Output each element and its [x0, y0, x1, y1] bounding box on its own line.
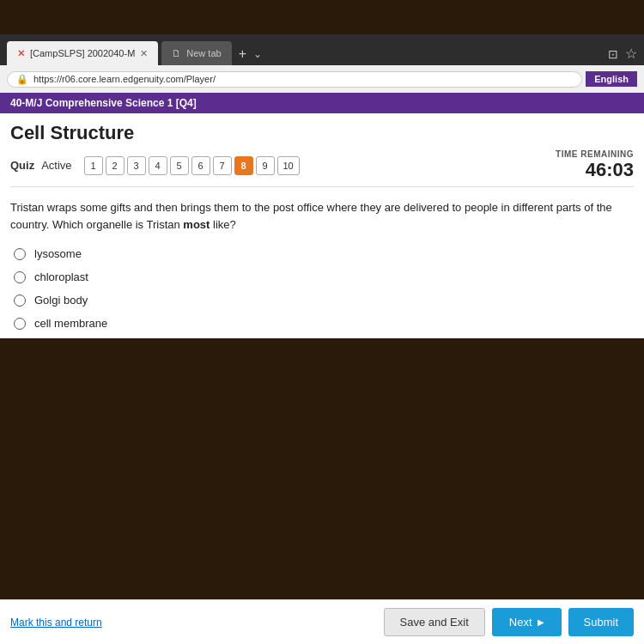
question-text-bold: most [183, 218, 210, 231]
active-tab[interactable]: ✕ [CampSLPS] 2002040-M ✕ [7, 41, 158, 65]
tab-dropdown-icon[interactable]: ⌄ [253, 48, 262, 60]
option-d-text: cell membrane [34, 317, 107, 330]
option-c-text: Golgi body [34, 294, 88, 307]
q-num-2[interactable]: 2 [106, 156, 125, 175]
q-num-4[interactable]: 4 [149, 156, 167, 175]
lesson-title-area: Cell Structure [0, 113, 644, 146]
time-remaining-label: TIME REMAINING [556, 149, 634, 159]
lock-icon: 🔒 [16, 74, 28, 85]
language-badge: English [586, 71, 637, 87]
course-header: 40-M/J Comprehensive Science 1 [Q4] [0, 93, 644, 113]
new-tab-button[interactable]: + [239, 46, 246, 62]
q-num-7[interactable]: 7 [213, 156, 232, 175]
option-a-text: lysosome [34, 247, 82, 260]
option-b-text: chloroplast [34, 270, 88, 283]
star-icon[interactable]: ☆ [625, 46, 637, 62]
answer-options: lysosome chloroplast Golgi body cell mem… [10, 247, 634, 330]
timer-area: TIME REMAINING 46:03 [556, 149, 634, 181]
new-tab-icon: 🗋 [172, 48, 181, 58]
question-area: Tristan wraps some gifts and then brings… [0, 187, 644, 338]
question-text-part1: Tristan wraps some gifts and then brings… [10, 201, 612, 231]
tab-close-icon[interactable]: ✕ [140, 48, 148, 59]
mark-return-link[interactable]: Mark this and return [10, 617, 102, 629]
q-num-10[interactable]: 10 [277, 156, 300, 175]
new-tab[interactable]: 🗋 New tab [161, 41, 231, 65]
question-text-part2: like? [210, 218, 235, 231]
q-num-6[interactable]: 6 [191, 156, 210, 175]
tab-x-icon[interactable]: ✕ [17, 48, 25, 59]
radio-d[interactable] [14, 318, 26, 330]
q-num-9[interactable]: 9 [256, 156, 275, 175]
q-num-8[interactable]: 8 [234, 156, 253, 175]
question-text: Tristan wraps some gifts and then brings… [10, 199, 634, 234]
question-numbers: 1 2 3 4 5 6 7 8 9 10 [84, 156, 300, 175]
submit-button[interactable]: Submit [568, 608, 634, 636]
quiz-label: Quiz [10, 159, 34, 172]
time-value: 46:03 [556, 159, 634, 181]
next-button-label: Next [509, 616, 532, 629]
option-a[interactable]: lysosome [14, 247, 634, 260]
radio-b[interactable] [14, 271, 26, 283]
quiz-nav-row: Quiz Active 1 2 3 4 5 6 7 8 9 10 [0, 146, 644, 186]
save-exit-button[interactable]: Save and Exit [384, 608, 485, 636]
window-restore-icon[interactable]: ⊡ [608, 47, 618, 61]
url-text: https://r06.core.learn.edgenuity.com/Pla… [33, 74, 216, 84]
radio-c[interactable] [14, 295, 26, 307]
address-bar[interactable]: 🔒 https://r06.core.learn.edgenuity.com/P… [7, 71, 582, 88]
new-tab-label: New tab [186, 48, 221, 58]
option-d[interactable]: cell membrane [14, 317, 634, 330]
active-tab-label: [CampSLPS] 2002040-M [30, 48, 135, 58]
lesson-title: Cell Structure [10, 122, 634, 144]
q-num-3[interactable]: 3 [127, 156, 146, 175]
next-button[interactable]: Next ▶ [492, 608, 562, 636]
option-b[interactable]: chloroplast [14, 270, 634, 283]
q-num-5[interactable]: 5 [170, 156, 189, 175]
option-c[interactable]: Golgi body [14, 294, 634, 307]
next-arrow-icon: ▶ [538, 617, 544, 627]
footer-bar: Mark this and return Save and Exit Next … [0, 599, 644, 644]
radio-a[interactable] [14, 248, 26, 260]
footer-buttons: Save and Exit Next ▶ Submit [384, 608, 634, 636]
q-num-1[interactable]: 1 [84, 156, 103, 175]
active-status: Active [41, 159, 71, 172]
